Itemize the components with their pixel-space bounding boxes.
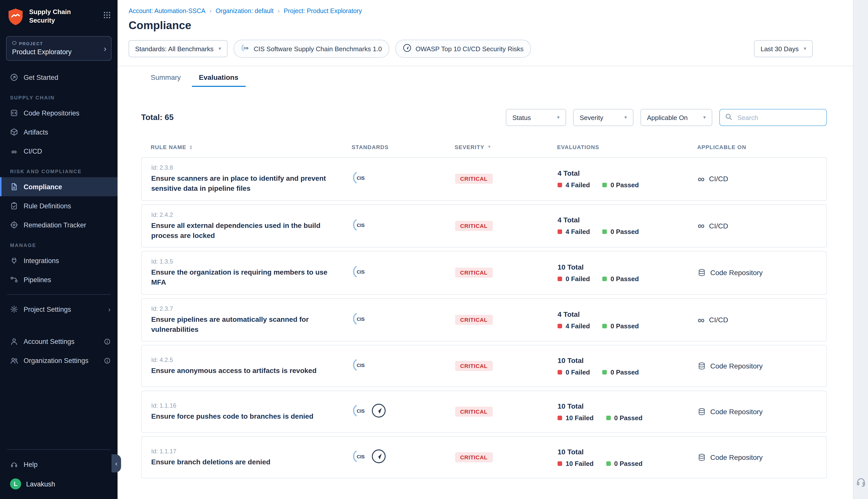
- project-name: Product Exploratory: [12, 48, 98, 56]
- sidebar-item-help[interactable]: Help: [0, 455, 118, 474]
- sidebar-item-label: Integrations: [24, 257, 59, 264]
- status-filter-label: Status: [513, 114, 531, 121]
- column-header-evaluations: EVALUATIONS: [557, 144, 697, 150]
- rule-cell: Id: 1.1.16 Ensure force pushes code to b…: [151, 402, 352, 422]
- applicable-on-label: Code Repository: [710, 408, 763, 416]
- status-filter-dropdown[interactable]: Status ▾: [506, 109, 566, 126]
- svg-text:CIS: CIS: [357, 270, 365, 275]
- sidebar-item-compliance[interactable]: Compliance: [0, 177, 118, 196]
- user-menu[interactable]: L Lavakush: [0, 474, 118, 494]
- column-header-severity[interactable]: SEVERITY ▼: [455, 144, 557, 150]
- sidebar-item-code-repositories[interactable]: Code Repositories: [0, 104, 118, 122]
- cis-benchmark-chip[interactable]: CIS CIS Software Supply Chain Benchmarks…: [233, 40, 389, 58]
- supply-chain-security-logo-icon: [7, 8, 24, 28]
- owasp-standard-icon: [371, 449, 386, 466]
- rule-id: Id: 1.3.5: [151, 258, 352, 265]
- sidebar-item-pipelines[interactable]: Pipelines: [0, 270, 118, 289]
- owasp-chip[interactable]: OWASP Top 10 CI/CD Security Risks: [395, 40, 531, 58]
- sidebar-item-label: Artifacts: [24, 128, 48, 136]
- help-headset-icon: [10, 460, 18, 468]
- standards-cell: CIS: [352, 449, 455, 466]
- scrollbar-gutter[interactable]: [853, 0, 868, 499]
- support-headset-icon[interactable]: [856, 477, 866, 489]
- sidebar-item-cicd[interactable]: ∞ CI/CD: [0, 142, 118, 161]
- cicd-infinity-icon: ∞: [10, 147, 18, 155]
- sidebar-item-remediation-tracker[interactable]: Remediation Tracker: [0, 215, 118, 234]
- table-row[interactable]: Id: 2.4.2 Ensure all external dependenci…: [141, 204, 827, 247]
- passed-indicator: [603, 230, 607, 234]
- evaluations-cell: 10 Total 0 Failed 0 Passed: [557, 356, 698, 376]
- sidebar-item-project-settings[interactable]: Project Settings ›: [0, 300, 118, 319]
- search-box[interactable]: [719, 109, 827, 126]
- passed-count: 0 Passed: [611, 228, 639, 236]
- sidebar: Supply Chain Security PROJECT Product Ex…: [0, 0, 118, 499]
- cis-standard-icon: CIS: [352, 449, 367, 466]
- applicable-on-filter-label: Applicable On: [647, 114, 688, 121]
- table-row[interactable]: Id: 2.3.8 Ensure scanners are in place t…: [141, 157, 827, 200]
- table-row[interactable]: Id: 4.2.5 Ensure anonymous access to art…: [141, 345, 827, 387]
- search-input[interactable]: [736, 113, 821, 122]
- rule-id: Id: 1.1.17: [151, 448, 352, 455]
- rule-cell: Id: 2.3.7 Ensure pipelines are automatic…: [151, 305, 352, 334]
- sidebar-item-get-started[interactable]: Get Started: [0, 68, 118, 87]
- rule-id: Id: 4.2.5: [151, 356, 352, 364]
- breadcrumb-organization-link[interactable]: Organization: default: [216, 7, 274, 14]
- rule-name: Ensure branch deletions are denied: [151, 457, 342, 467]
- svg-text:CIS: CIS: [357, 363, 365, 368]
- table-row[interactable]: Id: 1.3.5 Ensure the organization is req…: [141, 251, 827, 294]
- passed-count: 0 Passed: [614, 460, 642, 467]
- rule-cell: Id: 1.3.5 Ensure the organization is req…: [151, 258, 352, 288]
- sort-icon[interactable]: ▲▼: [189, 145, 193, 150]
- sidebar-bottom: Help L Lavakush: [0, 444, 118, 499]
- evaluations-cell: 10 Total 10 Failed 0 Passed: [557, 448, 698, 467]
- applicable-on-cell: ∞ CI/CD: [698, 315, 818, 325]
- sidebar-item-organization-settings[interactable]: Organization Settings: [0, 351, 118, 370]
- sidebar-item-artifacts[interactable]: Artifacts: [0, 122, 118, 142]
- failed-indicator: [557, 416, 562, 420]
- svg-text:CIS: CIS: [357, 454, 365, 460]
- table-row[interactable]: Id: 1.1.17 Ensure branch deletions are d…: [141, 437, 827, 479]
- app-logo-row: Supply Chain Security: [0, 6, 118, 32]
- chevron-right-icon: ›: [278, 7, 280, 14]
- sidebar-item-label: Project Settings: [24, 305, 71, 313]
- tab-summary[interactable]: Summary: [144, 66, 188, 87]
- project-selector[interactable]: PROJECT Product Exploratory ›: [6, 36, 111, 61]
- sidebar-item-account-settings[interactable]: Account Settings: [0, 332, 118, 351]
- user-name: Lavakush: [26, 480, 55, 488]
- account-settings-icon: [10, 337, 18, 345]
- severity-cell: CRITICAL: [455, 453, 557, 463]
- severity-badge: CRITICAL: [455, 315, 493, 325]
- sidebar-item-label: Code Repositories: [24, 109, 80, 117]
- breadcrumb-account-link[interactable]: Account: Automation-SSCA: [129, 7, 205, 14]
- severity-badge: CRITICAL: [455, 174, 493, 184]
- date-range-dropdown[interactable]: Last 30 Days ▾: [754, 40, 813, 57]
- app-title: Supply Chain Security: [29, 8, 71, 25]
- table-body: Id: 2.3.8 Ensure scanners are in place t…: [141, 157, 827, 479]
- sidebar-collapse-handle[interactable]: ‹: [111, 454, 121, 472]
- failed-count: 4 Failed: [566, 181, 590, 189]
- severity-cell: CRITICAL: [455, 174, 557, 184]
- standards-cell: CIS: [352, 358, 455, 375]
- table-row[interactable]: Id: 1.1.16 Ensure force pushes code to b…: [141, 391, 827, 433]
- severity-cell: CRITICAL: [455, 221, 557, 231]
- rule-definitions-icon: [10, 202, 18, 210]
- table-row[interactable]: Id: 2.3.7 Ensure pipelines are automatic…: [141, 298, 827, 342]
- passed-indicator: [606, 416, 611, 420]
- severity-badge: CRITICAL: [455, 361, 493, 371]
- sidebar-item-label: Help: [24, 461, 38, 468]
- tab-evaluations[interactable]: Evaluations: [192, 66, 245, 87]
- app-grid-icon[interactable]: [104, 12, 110, 21]
- breadcrumb: Account: Automation-SSCA › Organization:…: [129, 7, 813, 14]
- standards-dropdown[interactable]: Standards: All Benchmarks ▾: [129, 40, 228, 57]
- sort-down-icon: ▼: [487, 145, 492, 149]
- rule-cell: Id: 4.2.5 Ensure anonymous access to art…: [151, 356, 352, 376]
- rule-name: Ensure all external dependencies used in…: [151, 220, 342, 241]
- severity-filter-dropdown[interactable]: Severity ▾: [573, 109, 634, 126]
- sidebar-item-integrations[interactable]: Integrations: [0, 251, 118, 270]
- evaluations-cell: 4 Total 4 Failed 0 Passed: [557, 216, 698, 236]
- breadcrumb-project-link[interactable]: Project: Product Exploratory: [284, 7, 362, 14]
- sidebar-item-rule-definitions[interactable]: Rule Definitions: [0, 196, 118, 215]
- column-header-rule-name[interactable]: RULE NAME ▲▼: [151, 144, 352, 150]
- applicable-on-filter-dropdown[interactable]: Applicable On ▾: [640, 109, 712, 126]
- evaluations-cell: 10 Total 0 Failed 0 Passed: [557, 263, 698, 283]
